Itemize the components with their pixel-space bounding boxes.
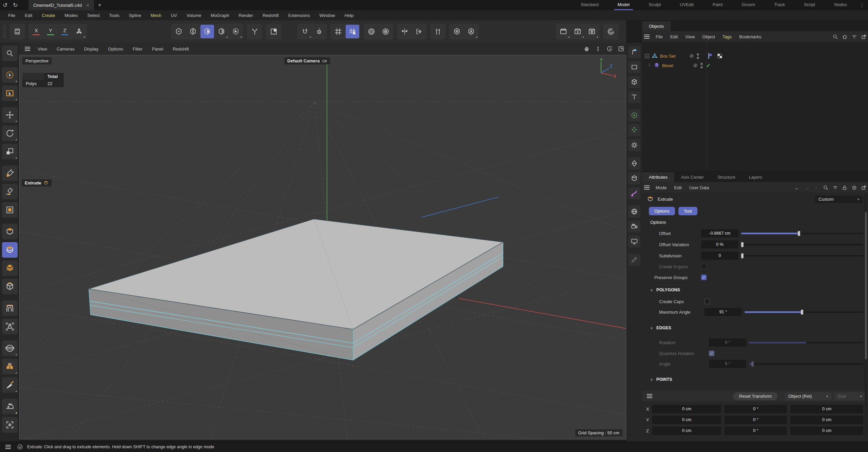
- dolly-view-icon[interactable]: [593, 44, 603, 53]
- objects-menu-tags[interactable]: Tags: [719, 33, 735, 40]
- annotate-pencil-icon[interactable]: [628, 254, 640, 266]
- attributes-menu-edit[interactable]: Edit: [671, 184, 685, 191]
- tab-objects[interactable]: Objects: [642, 21, 671, 31]
- menu-volume[interactable]: Volume: [182, 12, 205, 19]
- preserve-groups-checkbox[interactable]: ✓: [701, 275, 707, 280]
- close-tab-icon[interactable]: ×: [86, 3, 89, 8]
- undo-icon[interactable]: ↺: [0, 2, 10, 9]
- new-tab-button[interactable]: +: [94, 2, 105, 8]
- cube-primitive-icon[interactable]: [628, 76, 640, 88]
- viewport-hamburger-icon[interactable]: [25, 48, 30, 49]
- viewport-menu-display[interactable]: Display: [80, 45, 103, 53]
- extrude-inner-tool-button[interactable]: [2, 260, 18, 276]
- spotlight-focus-button[interactable]: [2, 417, 18, 433]
- coordinates-hamburger-icon[interactable]: [647, 396, 652, 396]
- position-y-input[interactable]: 0 cm: [652, 416, 721, 424]
- coordinate-space-dropdown[interactable]: Object (Rel)▾: [785, 392, 831, 400]
- phong-tag-icon[interactable]: [707, 53, 714, 59]
- menu-select[interactable]: Select: [83, 12, 103, 19]
- attributes-menu-userdata[interactable]: User Data: [686, 184, 713, 191]
- menu-edit[interactable]: Edit: [21, 12, 36, 19]
- platonic-icon[interactable]: [628, 157, 640, 170]
- menu-mograph[interactable]: MoGraph: [207, 12, 233, 19]
- angle-input[interactable]: 5 °: [709, 360, 746, 368]
- objects-home-icon[interactable]: [840, 33, 849, 41]
- matrix-extrude-tool-button[interactable]: [2, 279, 18, 294]
- active-tool-chip[interactable]: Extrude: [22, 179, 52, 186]
- split-axis-button[interactable]: [248, 25, 262, 38]
- viewport-menu-options[interactable]: Options: [104, 45, 127, 53]
- object-name[interactable]: Bevel: [662, 63, 673, 68]
- z-axis-lock-button[interactable]: Z: [58, 25, 72, 38]
- view-type-label[interactable]: Perspective: [22, 57, 52, 64]
- menu-extensions[interactable]: Extensions: [284, 12, 314, 19]
- tab-attributes[interactable]: Attributes: [642, 172, 674, 182]
- history-forward-icon[interactable]: →: [802, 183, 811, 192]
- render-to-picture-viewer-button[interactable]: [571, 25, 584, 38]
- scale-x-input[interactable]: 0 cm: [790, 405, 863, 413]
- layout-paint[interactable]: Paint: [703, 0, 732, 10]
- menu-uv[interactable]: UV: [167, 12, 181, 19]
- rotate-tool-button[interactable]: [2, 125, 18, 141]
- sky-environment-icon[interactable]: [628, 205, 640, 218]
- menu-create[interactable]: Create: [38, 12, 59, 19]
- attributes-filter-icon[interactable]: [831, 183, 840, 192]
- menu-mesh[interactable]: Mesh: [147, 12, 166, 19]
- field-icon[interactable]: [628, 139, 640, 151]
- menu-render[interactable]: Render: [235, 12, 257, 19]
- render-view-button[interactable]: [557, 25, 570, 38]
- layout-track[interactable]: Track: [765, 0, 794, 10]
- points-mode-button[interactable]: [172, 25, 186, 38]
- mirror-tool-button[interactable]: [398, 25, 411, 38]
- extrude-tool-button[interactable]: [2, 242, 18, 258]
- points-section-header[interactable]: ∨ POINTS: [650, 377, 672, 382]
- scene-camera-icon[interactable]: [628, 220, 640, 233]
- attributes-popout-icon[interactable]: [859, 183, 868, 192]
- attributes-search-icon[interactable]: [821, 183, 830, 192]
- text-object-icon[interactable]: [628, 91, 640, 103]
- layout-model[interactable]: Model: [608, 0, 639, 10]
- document-tab[interactable]: Cinema4D_Tutorial5.c4d ×: [28, 0, 94, 10]
- rotation-slider[interactable]: [749, 342, 863, 343]
- menu-window[interactable]: Window: [315, 12, 339, 19]
- objects-menu-edit[interactable]: Edit: [667, 33, 681, 40]
- weight-tool-button[interactable]: [2, 319, 18, 334]
- offset-variation-input[interactable]: 0 %: [701, 240, 738, 249]
- parent-up-icon[interactable]: ↑: [812, 183, 821, 192]
- angle-slider[interactable]: [749, 363, 863, 365]
- layout-script[interactable]: Script: [794, 0, 825, 10]
- menu-spline[interactable]: Spline: [125, 12, 145, 19]
- tab-layers[interactable]: Layers: [742, 172, 769, 182]
- uvw-tag-icon[interactable]: [717, 53, 723, 59]
- bridge-tool-button[interactable]: [2, 300, 18, 316]
- status-hamburger-icon[interactable]: [5, 447, 11, 447]
- tree-row-box-set[interactable]: − Box Set: [642, 51, 868, 61]
- objects-menu-bookmarks[interactable]: Bookmarks: [736, 33, 765, 40]
- objects-filter-icon[interactable]: [850, 33, 859, 41]
- position-z-input[interactable]: 0 cm: [652, 427, 721, 435]
- polygons-mode-button[interactable]: [200, 25, 214, 38]
- viewport-menu-cameras[interactable]: Cameras: [53, 45, 79, 53]
- axis-gizmo[interactable]: Y Z X: [596, 58, 617, 78]
- history-back-icon[interactable]: ←: [793, 183, 802, 192]
- offset-input[interactable]: -0.8667 cm: [701, 229, 738, 237]
- scale-y-input[interactable]: 0 cm: [790, 416, 863, 424]
- menu-modes[interactable]: Modes: [60, 12, 82, 19]
- tool-mode-button[interactable]: Tool: [678, 207, 697, 215]
- options-mode-button[interactable]: Options: [649, 207, 675, 215]
- edges-mode-button[interactable]: [186, 25, 200, 38]
- menu-redshift[interactable]: Redshift: [258, 12, 283, 19]
- objects-popout-icon[interactable]: [859, 33, 868, 41]
- attributes-scrollbar[interactable]: [865, 193, 867, 438]
- auto-mode-button[interactable]: [464, 25, 478, 38]
- weld-tool-button[interactable]: [2, 340, 18, 356]
- subdivision-slider[interactable]: [741, 255, 863, 257]
- volume-builder-icon[interactable]: [628, 172, 640, 184]
- pan-view-icon[interactable]: [581, 44, 592, 53]
- preset-dropdown[interactable]: Custom▾: [815, 195, 863, 203]
- enabled-check-icon[interactable]: ✓: [706, 62, 711, 69]
- move-tool-button[interactable]: [2, 107, 18, 123]
- visibility-dots[interactable]: [697, 53, 699, 59]
- pen-path-icon[interactable]: [628, 46, 640, 58]
- options-section-header[interactable]: Options: [650, 220, 666, 225]
